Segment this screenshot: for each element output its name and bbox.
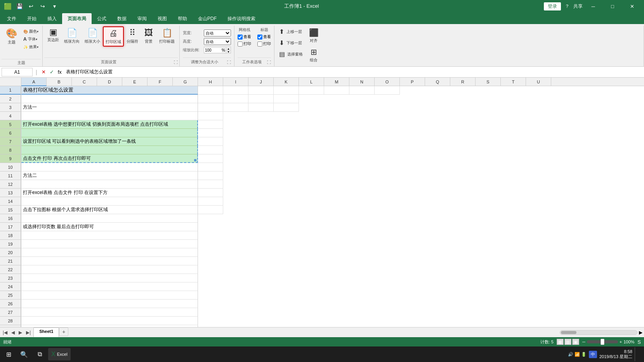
page-setup-expand[interactable]: ⛶ [174, 60, 178, 64]
row-header-3[interactable]: 3 [0, 103, 21, 112]
break-button[interactable]: ⠿ 分隔符 [124, 26, 141, 46]
zoom-thumb[interactable] [601, 339, 604, 345]
orientation-button[interactable]: 📄 纸张方向 [62, 26, 82, 46]
tab-insert[interactable]: 插入 [42, 13, 62, 24]
headings-view-checkbox[interactable] [257, 35, 262, 40]
sheet-nav-first[interactable]: |◀ [2, 330, 9, 335]
cell-h13[interactable] [198, 189, 223, 197]
row-header-14[interactable]: 14 [0, 197, 21, 206]
cell-o1[interactable] [375, 86, 400, 95]
sheet-tab-1[interactable]: Sheet1 [33, 327, 59, 337]
insert-function-icon[interactable]: fx [57, 69, 63, 75]
cell-j2[interactable] [248, 95, 274, 103]
background-button[interactable]: 🖼 背景 [141, 26, 156, 46]
name-box[interactable] [2, 68, 33, 76]
row-header-1[interactable]: 1 [0, 86, 21, 95]
cell-a21[interactable] [21, 257, 198, 265]
row-header-8[interactable]: 8 [0, 146, 21, 154]
tab-formula[interactable]: 公式 [92, 13, 112, 24]
row-header-4[interactable]: 4 [0, 112, 21, 120]
cell-a18[interactable] [21, 231, 198, 240]
cell-h6[interactable] [198, 129, 223, 137]
row-header-10[interactable]: 10 [0, 163, 21, 171]
col-header-r[interactable]: R [450, 78, 476, 86]
cell-h10[interactable] [198, 163, 223, 171]
start-button[interactable]: ⊞ [2, 347, 16, 361]
zoom-slider[interactable] [587, 340, 618, 343]
row-header-25[interactable]: 25 [0, 291, 21, 300]
zoom-in-btn[interactable]: + [620, 339, 622, 344]
row-header-11[interactable]: 11 [0, 171, 21, 180]
cell-h7[interactable] [198, 137, 223, 146]
share-icon[interactable]: 共享 [573, 2, 583, 11]
undo-quick-btn[interactable]: ↩ [26, 2, 36, 11]
cell-a13[interactable]: 打开excel表格 点击文件 打印 在设置下方 [21, 189, 198, 197]
cell-n1[interactable] [349, 86, 375, 95]
bring-forward-button[interactable]: ⬆ 上移一层 [277, 26, 305, 37]
col-header-l[interactable]: L [299, 78, 324, 86]
cell-j1[interactable] [248, 86, 274, 95]
tab-help[interactable]: 帮助 [172, 13, 193, 24]
cell-h14[interactable] [198, 197, 223, 206]
row-header-22[interactable]: 22 [0, 265, 21, 274]
taskbar-excel-app[interactable]: X Excel [48, 348, 71, 360]
save-quick-btn[interactable]: 💾 [15, 2, 24, 11]
cell-a28[interactable] [21, 317, 198, 325]
cell-a23[interactable] [21, 274, 198, 282]
cell-a10[interactable] [21, 163, 198, 171]
col-header-c[interactable]: C [72, 78, 97, 86]
cell-a29[interactable] [21, 325, 198, 327]
col-header-a[interactable]: A [21, 78, 47, 86]
align-button[interactable]: ⬛ 对齐 [306, 26, 321, 45]
print-titles-button[interactable]: 📋 打印标题 [157, 26, 177, 46]
col-header-m[interactable]: M [324, 78, 349, 86]
row-header-5[interactable]: 5 [0, 120, 21, 129]
gridlines-view-checkbox[interactable] [238, 35, 243, 40]
col-header-q[interactable]: Q [425, 78, 450, 86]
cell-j3[interactable] [248, 103, 274, 112]
add-sheet-button[interactable]: + [59, 327, 68, 336]
confirm-formula-icon[interactable]: ✓ [49, 69, 55, 75]
cell-l1[interactable] [299, 86, 324, 95]
cell-h2[interactable] [198, 95, 223, 103]
row-header-20[interactable]: 20 [0, 248, 21, 257]
cell-a6[interactable] [21, 129, 198, 137]
taskbar-task-view[interactable]: ⧉ [33, 347, 47, 361]
col-header-j[interactable]: J [248, 78, 274, 86]
cell-h12[interactable] [198, 180, 223, 189]
row-header-6[interactable]: 6 [0, 129, 21, 137]
show-desktop-btn[interactable] [635, 347, 642, 361]
row-header-28[interactable]: 28 [0, 317, 21, 325]
cell-a1[interactable]: 表格打印区域怎么设置 [21, 86, 198, 95]
cell-i3[interactable] [223, 103, 248, 112]
login-button[interactable]: 登录 [544, 2, 561, 10]
more-quick-btn[interactable]: ▾ [50, 2, 59, 11]
margins-button[interactable]: ▣ 页边距 [45, 26, 61, 44]
cell-a24[interactable] [21, 282, 198, 291]
normal-view-btn[interactable]: ▦ [557, 339, 564, 345]
row-header-19[interactable]: 19 [0, 240, 21, 248]
sheet-nav-last[interactable]: ▶| [25, 330, 32, 335]
papersize-button[interactable]: 📄 纸张大小 [82, 26, 102, 46]
cell-a4[interactable] [21, 112, 198, 120]
minimize-button[interactable]: ─ [584, 0, 602, 12]
tab-data[interactable]: 数据 [112, 13, 132, 24]
page-layout-view-btn[interactable]: ▤ [564, 339, 571, 345]
sheet-nav-next[interactable]: ▶ [17, 330, 23, 335]
row-header-24[interactable]: 24 [0, 282, 21, 291]
cell-i2[interactable] [223, 95, 248, 103]
col-header-n[interactable]: N [349, 78, 375, 86]
row-header-2[interactable]: 2 [0, 95, 21, 103]
group-button[interactable]: ⊞ 组合 [306, 46, 321, 64]
row-header-9[interactable]: 9 [0, 154, 21, 163]
effects-button[interactable]: ✨ 效果▾ [22, 43, 40, 50]
h-scrollbar[interactable] [560, 330, 637, 335]
width-select[interactable]: 自动 [204, 29, 231, 36]
scale-up-btn[interactable]: ▲ [226, 47, 231, 50]
cell-a16[interactable] [21, 214, 198, 223]
cell-h9[interactable] [198, 154, 223, 163]
cell-a26[interactable] [21, 300, 198, 308]
row-header-27[interactable]: 27 [0, 308, 21, 317]
headings-print-checkbox[interactable] [257, 42, 262, 47]
col-header-g[interactable]: G [173, 78, 198, 86]
